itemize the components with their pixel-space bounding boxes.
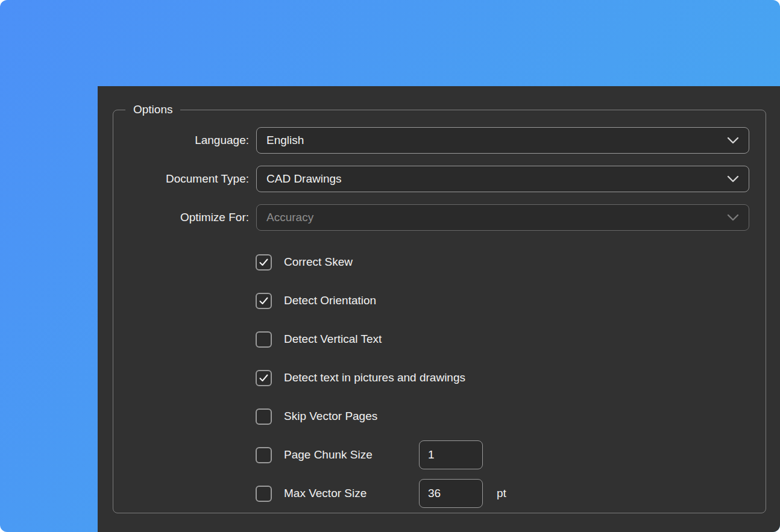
- language-dropdown-value: English: [266, 134, 304, 147]
- optimize-for-dropdown: Accuracy: [256, 204, 749, 231]
- detect-vertical-text-label[interactable]: Detect Vertical Text: [284, 333, 382, 346]
- detect-orientation-label[interactable]: Detect Orientation: [284, 294, 376, 307]
- pt-suffix-label: pt: [497, 487, 506, 500]
- page-chunk-size-checkbox[interactable]: [256, 447, 272, 463]
- skip-vector-pages-checkbox[interactable]: [256, 408, 272, 425]
- correct-skew-label[interactable]: Correct Skew: [284, 255, 353, 269]
- document-type-dropdown-value: CAD Drawings: [266, 172, 342, 186]
- max-vector-size-checkbox[interactable]: [256, 486, 272, 502]
- language-row: Language: English: [113, 127, 749, 154]
- optimize-for-dropdown-value: Accuracy: [266, 211, 313, 224]
- language-label: Language:: [113, 134, 249, 147]
- checkmark-icon: [259, 258, 269, 267]
- max-vector-size-row: Max Vector Size pt: [113, 474, 766, 513]
- language-dropdown[interactable]: English: [256, 127, 749, 154]
- options-legend: Options: [125, 102, 180, 117]
- select-rows: Language: English Document Type: CAD Dra…: [113, 110, 766, 231]
- checkbox-rows: Correct Skew Detect Orientation Detect V…: [113, 243, 766, 513]
- detect-text-in-pictures-checkbox[interactable]: [256, 370, 272, 386]
- optimize-for-label: Optimize For:: [113, 211, 249, 224]
- correct-skew-row: Correct Skew: [113, 243, 766, 281]
- chevron-down-icon: [727, 214, 739, 221]
- checkmark-icon: [259, 374, 269, 383]
- detect-vertical-text-checkbox[interactable]: [256, 331, 272, 348]
- app-background: Options Language: English Document Type:…: [0, 0, 780, 532]
- options-panel: Options Language: English Document Type:…: [98, 86, 780, 532]
- detect-vertical-text-row: Detect Vertical Text: [113, 320, 766, 358]
- options-groupbox: Options Language: English Document Type:…: [113, 110, 766, 513]
- page-chunk-size-label[interactable]: Page Chunk Size: [284, 448, 419, 462]
- document-type-label: Document Type:: [113, 172, 249, 186]
- document-type-row: Document Type: CAD Drawings: [113, 166, 749, 192]
- document-type-dropdown[interactable]: CAD Drawings: [256, 166, 749, 192]
- page-chunk-size-row: Page Chunk Size: [113, 436, 766, 474]
- skip-vector-pages-row: Skip Vector Pages: [113, 397, 766, 436]
- chevron-down-icon: [727, 175, 739, 183]
- detect-text-in-pictures-row: Detect text in pictures and drawings: [113, 358, 766, 397]
- chevron-down-icon: [727, 137, 739, 144]
- page-chunk-size-input[interactable]: [419, 440, 483, 469]
- optimize-for-row: Optimize For: Accuracy: [113, 204, 749, 231]
- correct-skew-checkbox[interactable]: [256, 254, 272, 271]
- max-vector-size-input[interactable]: [419, 479, 483, 508]
- max-vector-size-label[interactable]: Max Vector Size: [284, 487, 419, 500]
- skip-vector-pages-label[interactable]: Skip Vector Pages: [284, 410, 377, 423]
- checkmark-icon: [259, 296, 269, 305]
- detect-text-in-pictures-label[interactable]: Detect text in pictures and drawings: [284, 371, 465, 384]
- detect-orientation-row: Detect Orientation: [113, 281, 766, 320]
- detect-orientation-checkbox[interactable]: [256, 293, 272, 309]
